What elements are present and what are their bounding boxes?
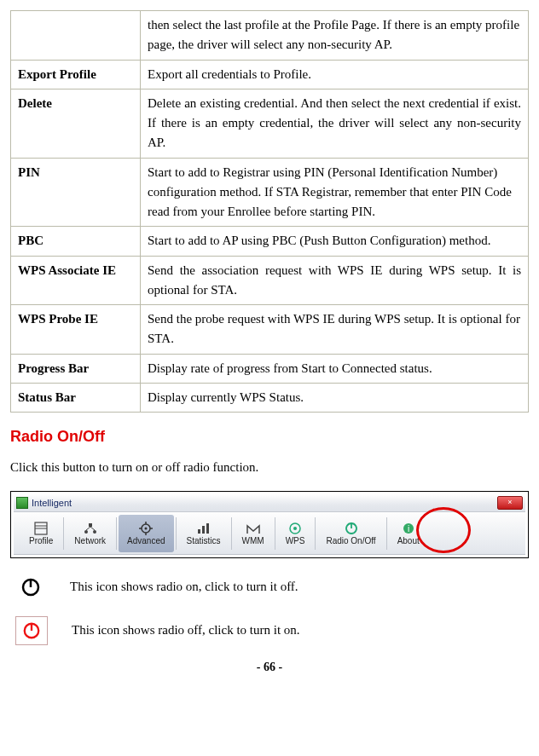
table-row: then select the last profile at the Prof… (11, 11, 529, 61)
desc-cell: Send the association request with WPS IE… (141, 256, 529, 305)
toolbar-label: Network (74, 536, 106, 545)
term-cell: Delete (11, 89, 141, 158)
desc-cell: Start to add to AP using PBC (Push Butto… (141, 227, 529, 256)
table-row: Status Bar Display currently WPS Status. (11, 383, 529, 412)
window-title: Intelligent (32, 498, 72, 508)
term-cell (11, 11, 141, 61)
close-button[interactable]: × (497, 496, 523, 510)
section-heading-radio: Radio On/Off (10, 428, 529, 446)
table-row: Delete Delete an existing credential. An… (11, 89, 529, 158)
table-row: WPS Probe IE Send the probe request with… (11, 305, 529, 355)
app-icon (16, 497, 28, 509)
svg-point-9 (145, 528, 148, 530)
table-row: WPS Associate IE Send the association re… (11, 256, 529, 305)
term-cell: Status Bar (11, 383, 141, 412)
toolbar-btn-network[interactable]: Network (66, 515, 114, 552)
svg-rect-5 (89, 523, 92, 527)
desc-cell: Export all credentials to Profile. (141, 60, 529, 89)
svg-rect-15 (202, 526, 205, 534)
svg-line-7 (90, 527, 95, 530)
about-icon: i (400, 521, 417, 536)
toolbar-label: Statistics (187, 536, 221, 545)
table-row: Progress Bar Display rate of progress fr… (11, 354, 529, 383)
desc-cell: Send the probe request with WPS IE durin… (141, 305, 529, 355)
toolbar-btn-radio[interactable]: Radio On/Off (317, 515, 384, 552)
legend-row-off: This icon shows radio off, click to turn… (15, 616, 529, 645)
wmm-icon (245, 521, 262, 536)
statistics-icon (195, 521, 212, 536)
table-row: PBC Start to add to AP using PBC (Push B… (11, 227, 529, 256)
table-row: PIN Start to add to Registrar using PIN … (11, 158, 529, 227)
toolbar-label: WMM (242, 536, 264, 545)
legend-text: This icon shows radio on, click to turn … (70, 580, 298, 594)
toolbar-label: Radio On/Off (326, 536, 375, 545)
term-cell: Progress Bar (11, 354, 141, 383)
desc-cell: Display rate of progress from Start to C… (141, 354, 529, 383)
desc-cell: then select the last profile at the Prof… (141, 11, 529, 61)
desc-cell: Start to add to Registrar using PIN (Per… (141, 158, 529, 227)
svg-rect-16 (206, 523, 209, 534)
toolbar-btn-about[interactable]: i About (389, 515, 428, 552)
toolbar-btn-profile[interactable]: Profile (20, 515, 61, 552)
term-cell: Export Profile (11, 60, 141, 89)
desc-cell: Delete an existing credential. And then … (141, 89, 529, 158)
radio-on-icon (15, 574, 46, 601)
section-intro: Click this button to turn on or off radi… (10, 458, 529, 477)
toolbar-btn-statistics[interactable]: Statistics (178, 515, 229, 552)
term-cell: WPS Probe IE (11, 305, 141, 355)
svg-text:i: i (408, 524, 409, 534)
wps-icon (287, 521, 304, 536)
legend-text: This icon shows radio off, click to turn… (72, 623, 300, 638)
page-number: - 66 - (10, 661, 529, 674)
network-icon (82, 521, 99, 536)
desc-cell: Display currently WPS Status. (141, 383, 529, 412)
svg-rect-14 (198, 529, 200, 534)
radio-icon (343, 521, 360, 536)
svg-point-3 (84, 530, 88, 534)
toolbar: Profile Network Advanced Statistics WMM … (14, 512, 525, 555)
legend-row-on: This icon shows radio on, click to turn … (15, 574, 529, 601)
svg-line-6 (86, 527, 90, 530)
toolbar-label: WPS (286, 536, 305, 545)
term-cell: PBC (11, 227, 141, 256)
app-screenshot: Intelligent × Profile Network Advanced S… (10, 491, 529, 558)
term-cell: WPS Associate IE (11, 256, 141, 305)
table-row: Export Profile Export all credentials to… (11, 60, 529, 89)
toolbar-btn-wps[interactable]: WPS (277, 515, 314, 552)
svg-point-18 (293, 527, 297, 530)
term-cell: PIN (11, 158, 141, 227)
toolbar-label: Profile (29, 536, 53, 545)
toolbar-btn-advanced[interactable]: Advanced (119, 515, 173, 552)
definitions-table: then select the last profile at the Prof… (10, 10, 529, 413)
titlebar: Intelligent × (14, 494, 525, 512)
toolbar-label: About (397, 536, 420, 545)
radio-off-icon (15, 616, 48, 645)
toolbar-label: Advanced (127, 536, 165, 545)
advanced-icon (137, 521, 154, 536)
svg-point-4 (93, 530, 96, 534)
toolbar-btn-wmm[interactable]: WMM (234, 515, 273, 552)
profile-icon (32, 521, 49, 536)
